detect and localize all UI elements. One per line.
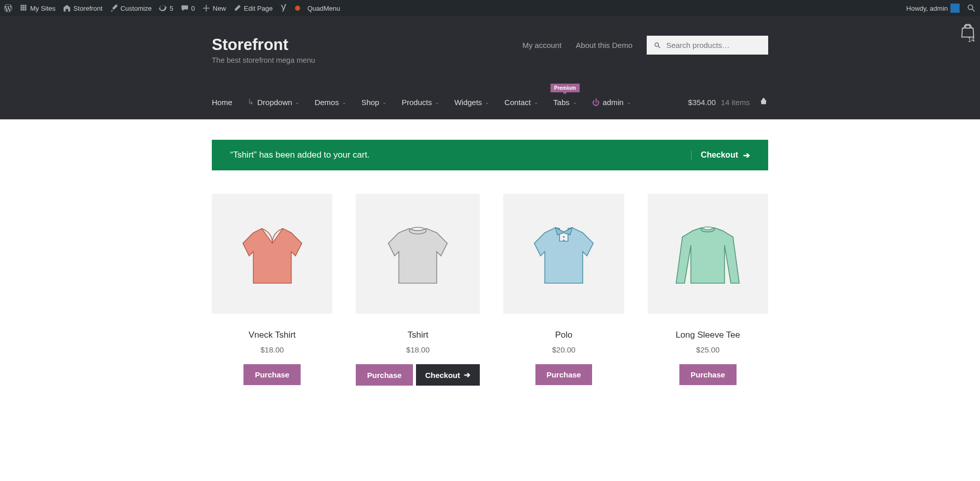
wp-admin-bar: My Sites Storefront Customize 5 0 New Ed… <box>0 0 980 16</box>
pencil-icon <box>233 4 241 12</box>
site-title: Storefront <box>212 36 315 54</box>
cart-item-count: 14 items <box>721 98 750 107</box>
chevron-down-icon: ⌄ <box>534 99 538 105</box>
premium-badge: Premium <box>550 84 579 92</box>
chevron-down-icon: ⌄ <box>627 99 631 105</box>
nav-home[interactable]: Home <box>212 98 232 107</box>
product-image[interactable] <box>648 194 768 314</box>
yoast-icon <box>280 4 288 12</box>
product-card: Polo $20.00 Purchase <box>503 194 624 386</box>
product-title: Long Sleeve Tee <box>648 330 768 340</box>
site-tagline: The best storefront mega menu <box>212 56 315 64</box>
purchase-button[interactable]: Purchase <box>535 364 593 385</box>
wordpress-icon <box>4 4 12 12</box>
product-title: Vneck Tshirt <box>212 330 332 340</box>
purchase-button[interactable]: Purchase <box>356 364 413 386</box>
arrow-down-icon: ↳ <box>248 97 254 107</box>
nav-shop[interactable]: Shop⌄ <box>361 98 386 107</box>
arrow-right-icon: ➔ <box>743 150 750 160</box>
brush-icon <box>110 4 118 12</box>
cart-total: $354.00 <box>688 98 716 107</box>
new-content-link[interactable]: New <box>202 4 226 12</box>
notice-message: “Tshirt” has been added to your cart. <box>230 150 370 160</box>
site-name-link[interactable]: Storefront <box>63 4 103 12</box>
wp-logo-link[interactable] <box>4 4 12 12</box>
power-icon: ⏻ <box>592 98 600 107</box>
about-demo-link[interactable]: About this Demo <box>576 41 632 49</box>
comments-link[interactable]: 0 <box>181 4 195 12</box>
nav-products[interactable]: Products⌄ <box>402 98 439 107</box>
arrow-right-icon: ➔ <box>464 370 471 379</box>
nav-cart-summary[interactable]: $354.00 14 items <box>688 97 768 108</box>
updates-link[interactable]: 5 <box>159 4 173 12</box>
product-card: Vneck Tshirt $18.00 Purchase <box>212 194 332 386</box>
basket-icon <box>755 97 768 108</box>
quadmenu-link[interactable]: QuadMenu <box>307 5 340 12</box>
home-icon <box>63 4 71 12</box>
svg-point-2 <box>563 239 565 241</box>
avatar <box>950 4 960 13</box>
product-price: $18.00 <box>356 345 480 354</box>
site-header: Storefront The best storefront mega menu… <box>0 16 980 119</box>
product-card: Long Sleeve Tee $25.00 Purchase <box>648 194 768 386</box>
main-content: “Tshirt” has been added to your cart. Ch… <box>212 140 768 406</box>
adminbar-search[interactable] <box>967 4 976 13</box>
edit-page-link[interactable]: Edit Page <box>233 4 273 12</box>
cart-badge: 14 <box>968 36 974 43</box>
search-icon <box>654 41 661 49</box>
howdy-link[interactable]: Howdy, admin <box>906 4 960 13</box>
record-icon <box>295 6 300 11</box>
chevron-down-icon: ⌄ <box>435 99 439 105</box>
product-search[interactable] <box>647 36 768 55</box>
my-sites-link[interactable]: My Sites <box>19 4 56 12</box>
nav-demos[interactable]: Demos⌄ <box>314 98 346 107</box>
chevron-down-icon: ⌄ <box>485 99 489 105</box>
search-icon <box>967 4 976 13</box>
tshirt-icon <box>376 212 460 296</box>
purchase-button[interactable]: Purchase <box>243 364 301 385</box>
plus-icon <box>202 4 210 12</box>
floating-cart[interactable]: 14 <box>955 16 980 51</box>
chevron-down-icon: ⌄ <box>342 99 346 105</box>
nav-dropdown[interactable]: ↳Dropdown⌄ <box>248 97 299 107</box>
product-image[interactable] <box>356 194 480 314</box>
chevron-down-icon: ⌄ <box>382 99 386 105</box>
longsleeve-icon <box>666 212 750 296</box>
cart-notice: “Tshirt” has been added to your cart. Ch… <box>212 140 768 170</box>
notice-checkout-link[interactable]: Checkout ➔ <box>691 150 750 160</box>
product-grid: Vneck Tshirt $18.00 Purchase Tshirt $18.… <box>212 194 768 406</box>
purchase-button[interactable]: Purchase <box>679 364 737 385</box>
nav-contact[interactable]: Contact⌄ <box>504 98 538 107</box>
chevron-down-icon: ⌄ <box>295 99 299 105</box>
product-price: $25.00 <box>648 345 768 354</box>
search-input[interactable] <box>666 41 761 49</box>
sites-icon <box>19 4 28 12</box>
nav-widgets[interactable]: Widgets⌄ <box>454 98 489 107</box>
my-account-link[interactable]: My account <box>522 41 561 49</box>
product-price: $20.00 <box>503 345 624 354</box>
product-price: $18.00 <box>212 345 332 354</box>
product-image[interactable] <box>503 194 624 314</box>
record-link[interactable] <box>295 6 300 11</box>
polo-icon <box>522 212 606 296</box>
chevron-down-icon: ⌄ <box>573 99 577 105</box>
product-title: Tshirt <box>356 330 480 340</box>
update-icon <box>159 4 167 12</box>
nav-admin[interactable]: ⏻admin⌄ <box>592 98 631 107</box>
product-title: Polo <box>503 330 624 340</box>
svg-point-1 <box>563 236 565 238</box>
product-image[interactable] <box>212 194 332 314</box>
branding: Storefront The best storefront mega menu <box>212 36 315 64</box>
yoast-link[interactable] <box>280 4 288 12</box>
checkout-button[interactable]: Checkout➔ <box>416 364 480 386</box>
vneck-tshirt-icon <box>230 212 314 296</box>
primary-nav: Home ↳Dropdown⌄ Demos⌄ Shop⌄ Products⌄ W… <box>212 85 768 119</box>
customize-link[interactable]: Customize <box>110 4 152 12</box>
comment-icon <box>181 4 189 12</box>
nav-tabs[interactable]: Premium Tabs⌄ <box>553 98 577 107</box>
product-card: Tshirt $18.00 Purchase Checkout➔ <box>356 194 480 386</box>
